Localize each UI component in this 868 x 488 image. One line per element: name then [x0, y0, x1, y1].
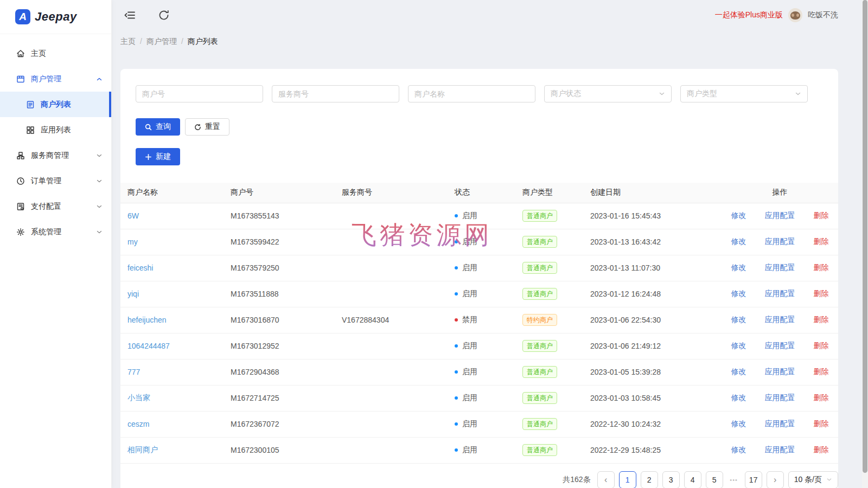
- cell-isv-no: [335, 203, 448, 229]
- edit-link[interactable]: 修改: [731, 341, 746, 351]
- pagination-prev-button[interactable]: ‹: [597, 471, 615, 488]
- cell-actions: 修改应用配置删除: [722, 281, 838, 307]
- merchant-name-link[interactable]: 小当家: [127, 393, 150, 402]
- edit-link[interactable]: 修改: [731, 393, 746, 403]
- delete-link[interactable]: 删除: [814, 315, 829, 325]
- cell-merchant-no: M1673016870: [224, 307, 335, 333]
- app-config-link[interactable]: 应用配置: [765, 211, 795, 221]
- merchant-name-link[interactable]: 6W: [127, 211, 139, 220]
- query-button[interactable]: 查询: [136, 118, 180, 136]
- merchant-type-badge: 普通商户: [522, 418, 557, 430]
- delete-link[interactable]: 删除: [814, 263, 829, 273]
- delete-link[interactable]: 删除: [814, 289, 829, 299]
- sidebar-item-order-mgmt[interactable]: 订单管理: [0, 168, 111, 194]
- app-config-link[interactable]: 应用配置: [765, 445, 795, 455]
- app-config-link[interactable]: 应用配置: [765, 289, 795, 299]
- merchant-name-link[interactable]: 777: [127, 368, 140, 376]
- edit-link[interactable]: 修改: [731, 263, 746, 273]
- app-config-link[interactable]: 应用配置: [765, 315, 795, 325]
- reload-icon[interactable]: [158, 9, 170, 21]
- edit-link[interactable]: 修改: [731, 445, 746, 455]
- merchant-name-link[interactable]: 相同商户: [127, 445, 158, 454]
- pagination-next-button[interactable]: ›: [767, 471, 784, 488]
- col-merchant-type: 商户类型: [515, 183, 583, 203]
- pagination-page-button[interactable]: 3: [662, 471, 680, 488]
- pagination-page-button[interactable]: 17: [745, 471, 762, 488]
- delete-link[interactable]: 删除: [814, 393, 829, 403]
- merchant-name-link[interactable]: my: [127, 237, 138, 246]
- scrollbar-thumb[interactable]: [863, 0, 867, 473]
- menu-fold-icon[interactable]: [124, 9, 136, 21]
- cell-actions: 修改应用配置删除: [722, 203, 838, 229]
- reset-icon: [194, 124, 201, 131]
- sidebar-item-isv-mgmt[interactable]: 服务商管理: [0, 143, 111, 168]
- mch-no-input[interactable]: [136, 85, 263, 102]
- page-size-select[interactable]: 10 条/页: [788, 471, 838, 488]
- app-config-link[interactable]: 应用配置: [765, 237, 795, 247]
- merchant-name-link[interactable]: feiceshi: [127, 264, 153, 272]
- create-button[interactable]: 新建: [136, 148, 180, 165]
- delete-link[interactable]: 删除: [814, 237, 829, 247]
- sidebar-item-app-list[interactable]: 应用列表: [0, 117, 111, 143]
- pagination-page-button[interactable]: 5: [706, 471, 723, 488]
- breadcrumb-home[interactable]: 主页: [120, 37, 136, 47]
- app-config-link[interactable]: 应用配置: [765, 341, 795, 351]
- table-row: ceszmM1672367072启用普通商户2022-12-30 10:24:3…: [120, 411, 838, 437]
- sidebar-item-home[interactable]: 主页: [0, 41, 111, 66]
- merchant-name-link[interactable]: 1064244487: [127, 342, 170, 350]
- avatar[interactable]: [788, 8, 802, 22]
- cell-merchant-no: M1672904368: [224, 359, 335, 385]
- cell-merchant-name: 相同商户: [120, 437, 224, 463]
- edit-link[interactable]: 修改: [731, 419, 746, 429]
- username[interactable]: 吃饭不洗: [808, 10, 838, 20]
- sidebar-item-merchant-mgmt[interactable]: 商户管理: [0, 66, 111, 92]
- edit-link[interactable]: 修改: [731, 289, 746, 299]
- vertical-scrollbar[interactable]: [862, 0, 868, 488]
- edit-link[interactable]: 修改: [731, 211, 746, 221]
- app-config-link[interactable]: 应用配置: [765, 367, 795, 377]
- merchant-name-link[interactable]: yiqi: [127, 290, 139, 298]
- cell-created-date: 2022-12-29 15:48:25: [583, 437, 722, 463]
- cell-isv-no: [335, 281, 448, 307]
- sidebar: A Jeepay 主页 商户管理 商户列表: [0, 0, 112, 488]
- cell-status: 启用: [448, 333, 515, 359]
- mch-state-placeholder: 商户状态: [551, 89, 581, 99]
- mch-state-select[interactable]: 商户状态: [544, 85, 672, 102]
- cell-isv-no: [335, 411, 448, 437]
- chevron-down-icon: [96, 152, 103, 159]
- delete-link[interactable]: 删除: [814, 211, 829, 221]
- cell-merchant-no: M1673012952: [224, 333, 335, 359]
- merchant-name-link[interactable]: hefeijuchen: [127, 316, 167, 324]
- pagination-ellipsis[interactable]: •••: [727, 477, 741, 483]
- app-config-link[interactable]: 应用配置: [765, 419, 795, 429]
- actions-group: 修改应用配置删除: [722, 289, 838, 299]
- edit-link[interactable]: 修改: [731, 237, 746, 247]
- plus-promo-link[interactable]: 一起体验Plus商业版: [715, 10, 783, 20]
- breadcrumb-merchant-mgmt[interactable]: 商户管理: [146, 37, 177, 47]
- mch-name-input[interactable]: [408, 85, 535, 102]
- app-config-link[interactable]: 应用配置: [765, 263, 795, 273]
- edit-link[interactable]: 修改: [731, 315, 746, 325]
- delete-link[interactable]: 删除: [814, 367, 829, 377]
- sidebar-item-merchant-list[interactable]: 商户列表: [0, 92, 111, 117]
- status-dot-icon: [455, 318, 458, 322]
- filter-bar: 商户状态 商户类型: [136, 85, 823, 102]
- sidebar-item-pay-config[interactable]: 支付配置: [0, 194, 111, 219]
- delete-link[interactable]: 删除: [814, 341, 829, 351]
- edit-link[interactable]: 修改: [731, 367, 746, 377]
- isv-no-input[interactable]: [272, 85, 399, 102]
- reset-button[interactable]: 重置: [185, 118, 229, 136]
- delete-link[interactable]: 删除: [814, 445, 829, 455]
- pagination-page-button[interactable]: 1: [619, 471, 636, 488]
- mch-type-select[interactable]: 商户类型: [680, 85, 808, 102]
- app-logo[interactable]: A Jeepay: [0, 0, 111, 34]
- list-icon: [26, 100, 35, 109]
- app-config-link[interactable]: 应用配置: [765, 393, 795, 403]
- delete-link[interactable]: 删除: [814, 419, 829, 429]
- pagination-page-button[interactable]: 4: [684, 471, 701, 488]
- sidebar-item-system-mgmt[interactable]: 系统管理: [0, 219, 111, 245]
- cell-isv-no: [335, 437, 448, 463]
- jeepay-logo-icon: A: [15, 9, 30, 24]
- merchant-name-link[interactable]: ceszm: [127, 420, 149, 428]
- pagination-page-button[interactable]: 2: [641, 471, 658, 488]
